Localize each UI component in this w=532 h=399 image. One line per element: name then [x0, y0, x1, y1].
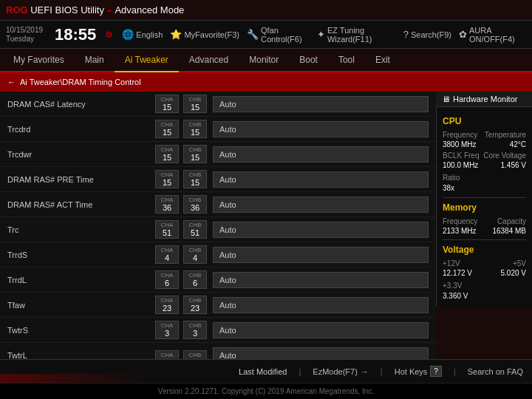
hw-list-item: 12.172 V 5.020 V	[443, 269, 526, 277]
myfavorites-btn[interactable]: ⭐ MyFavorite(F3)	[170, 29, 239, 40]
value-bar-7[interactable]: Auto	[213, 272, 429, 288]
value-bar-0[interactable]: Auto	[213, 96, 429, 112]
main-layout: DRAM CAS# Latency CHA 15 CHB 15 Auto Trc…	[0, 92, 532, 359]
hotkey-badge: ?	[430, 366, 442, 377]
tab-main[interactable]: Main	[75, 49, 115, 72]
hw-list-item: 38x	[443, 183, 526, 193]
value-bar-10[interactable]: Auto	[213, 347, 429, 360]
hw-monitor-content: CPU Frequency Temperature 3800 MHz 42°C …	[436, 107, 532, 307]
hw-list-item: 3800 MHz 42°C	[443, 140, 526, 149]
value-bar-2[interactable]: Auto	[213, 146, 429, 163]
param-list: DRAM CAS# Latency CHA 15 CHB 15 Auto Trc…	[0, 92, 436, 359]
bios-title: ROG UEFI BIOS Utility – Advanced Mode	[6, 4, 184, 16]
decorative-stripe	[0, 374, 148, 383]
language-icon: 🌐	[122, 29, 134, 40]
hw-list-item: Ratio	[443, 172, 526, 183]
hw-list-item: Frequency Capacity	[443, 217, 526, 225]
search-btn[interactable]: ? Search(F9)	[403, 29, 451, 40]
tab-my-favorites[interactable]: My Favorites	[3, 49, 75, 72]
wand-icon: ✦	[317, 29, 325, 40]
value-bar-9[interactable]: Auto	[213, 322, 429, 338]
cha-box-0: CHA 15	[155, 95, 179, 113]
qfan-btn[interactable]: 🔧 Qfan Control(F6)	[247, 26, 310, 44]
ez-tuning-btn[interactable]: ✦ EZ Tuning Wizard(F11)	[317, 26, 396, 44]
ezmode-btn[interactable]: EzMode(F7) →	[313, 367, 369, 376]
hw-list-item: 3.360 V	[443, 290, 526, 301]
cpu-section-title: CPU	[443, 116, 526, 126]
table-row[interactable]: Trc CHA51 CHB51 Auto	[0, 217, 436, 242]
hw-list-item: 100.0 MHz 1.456 V	[443, 161, 526, 169]
value-bar-5[interactable]: Auto	[213, 222, 429, 238]
table-row[interactable]: TwtrL CHA CHB Auto	[0, 343, 436, 359]
breadcrumb: ← Ai Tweaker\DRAM Timing Control	[0, 72, 532, 92]
english-selector[interactable]: 🌐 English	[122, 29, 163, 40]
hw-list-item: BCLK Freq Core Voltage	[443, 151, 526, 160]
tab-advanced[interactable]: Advanced	[179, 49, 239, 72]
search-icon: ?	[403, 29, 409, 40]
table-row[interactable]: DRAM RAS# PRE Time CHA15 CHB15 Auto	[0, 167, 436, 192]
voltage-section-title: Voltage	[443, 245, 526, 255]
nav-bar: My Favorites Main Ai Tweaker Advanced Mo…	[0, 49, 532, 72]
hw-list-item: Frequency Temperature	[443, 131, 526, 139]
tab-exit[interactable]: Exit	[365, 49, 400, 72]
monitor-icon: 🖥	[442, 95, 450, 103]
tab-boot[interactable]: Boot	[289, 49, 328, 72]
top-icons-bar: 🌐 English ⭐ MyFavorite(F3) 🔧 Qfan Contro…	[122, 26, 526, 44]
tab-tool[interactable]: Tool	[328, 49, 365, 72]
value-bar-6[interactable]: Auto	[213, 247, 429, 263]
hw-list-item: +3.3V	[443, 280, 526, 290]
hw-monitor-header: 🖥 Hardware Monitor	[436, 92, 532, 107]
gear-icon[interactable]: ⚙	[105, 30, 113, 40]
memory-section-title: Memory	[443, 202, 526, 213]
aura-icon: ✿	[459, 29, 467, 40]
table-row[interactable]: DRAM RAS# ACT Time CHA36 CHB36 Auto	[0, 192, 436, 217]
value-bar-8[interactable]: Auto	[213, 297, 429, 313]
footer: Version 2.20.1271. Copyright (C) 2019 Am…	[0, 383, 532, 399]
datetime-bar: 10/15/2019 Tuesday 18:55 ⚙ 🌐 English ⭐ M…	[0, 21, 532, 49]
hw-list-item: +12V +5V	[443, 259, 526, 267]
tab-monitor[interactable]: Monitor	[239, 49, 289, 72]
date-display: 10/15/2019 Tuesday	[6, 26, 43, 44]
value-bar-1[interactable]: Auto	[213, 121, 429, 137]
favorites-icon: ⭐	[170, 29, 182, 40]
table-row[interactable]: DRAM CAS# Latency CHA 15 CHB 15 Auto	[0, 92, 436, 117]
table-row[interactable]: TwtrS CHA3 CHB3 Auto	[0, 318, 436, 343]
hotkeys-btn[interactable]: Hot Keys ?	[395, 366, 442, 377]
tab-ai-tweaker[interactable]: Ai Tweaker	[115, 49, 179, 72]
hw-list-item: 2133 MHz 16384 MB	[443, 227, 526, 235]
table-row[interactable]: Trcdwr CHA15 CHB15 Auto	[0, 142, 436, 167]
table-row[interactable]: Trcdrd CHA15 CHB15 Auto	[0, 117, 436, 142]
table-row[interactable]: TrrdL CHA6 CHB6 Auto	[0, 267, 436, 293]
aura-btn[interactable]: ✿ AURA ON/OFF(F4)	[459, 26, 526, 44]
arrow-icon: →	[361, 367, 369, 376]
chb-box-0: CHB 15	[183, 95, 207, 113]
search-faq-btn[interactable]: Search on FAQ	[468, 367, 523, 376]
hw-monitor-panel: 🖥 Hardware Monitor CPU Frequency Tempera…	[436, 92, 532, 359]
value-bar-3[interactable]: Auto	[213, 171, 429, 188]
value-bar-4[interactable]: Auto	[213, 197, 429, 213]
title-bar: ROG UEFI BIOS Utility – Advanced Mode	[0, 0, 532, 21]
last-modified-label: Last Modified	[239, 367, 287, 376]
fan-icon: 🔧	[247, 29, 259, 40]
table-row[interactable]: Tfaw CHA23 CHB23 Auto	[0, 293, 436, 318]
time-display: 18:55	[55, 25, 96, 44]
table-row[interactable]: TrrdS CHA4 CHB4 Auto	[0, 242, 436, 267]
back-arrow[interactable]: ←	[7, 78, 16, 86]
